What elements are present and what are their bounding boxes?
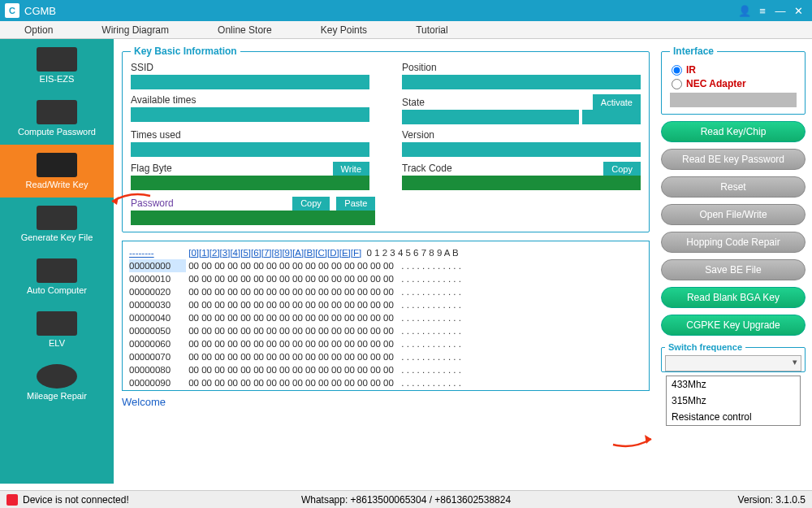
menu-option[interactable]: Option <box>24 24 53 36</box>
freq-option-resistance[interactable]: Resistance control <box>667 409 800 425</box>
contact-info: Whatsapp: +8613500065304 / +861360253882… <box>301 494 511 506</box>
ir-radio[interactable] <box>672 65 682 76</box>
flag-byte-label: Flag Byte <box>131 163 172 174</box>
save-be-file-button[interactable]: Save BE File <box>661 259 806 280</box>
track-code-label: Track Code <box>402 163 452 174</box>
sidebar-item-generate-key-file[interactable]: Generate Key File <box>0 198 114 250</box>
menu-icon[interactable]: ≡ <box>754 5 771 17</box>
copy-password-button[interactable]: Copy <box>292 197 330 211</box>
position-label: Position <box>402 62 641 73</box>
sidebar-label: Auto Computer <box>27 285 87 295</box>
nec-radio[interactable] <box>672 79 682 89</box>
switch-frequence-legend: Switch frequence <box>665 342 745 352</box>
sidebar-label: Mileage Repair <box>27 391 87 401</box>
sidebar-item-auto-computer[interactable]: Auto Computer <box>0 250 114 303</box>
sidebar-item-mileage-repair[interactable]: Mileage Repair <box>0 356 114 409</box>
copy-track-button[interactable]: Copy <box>603 162 641 176</box>
freq-option-433[interactable]: 433Mhz <box>667 376 800 393</box>
menu-online-store[interactable]: Online Store <box>218 24 272 36</box>
right-panel: Interface IR NEC Adapter Read Key/Chip R… <box>658 39 812 484</box>
state-field-2[interactable] <box>582 110 641 124</box>
close-button[interactable]: ✕ <box>789 5 807 17</box>
auto-computer-icon <box>37 258 77 283</box>
sidebar-label: Read/Write Key <box>26 180 89 189</box>
version-field[interactable] <box>402 142 641 157</box>
sidebar-label: EIS-EZS <box>40 74 75 84</box>
available-times-field[interactable] <box>131 107 369 122</box>
cgpke-upgrade-button[interactable]: CGPKE Key Upgrade <box>661 315 806 336</box>
content-area: Key Basic Information SSID Position Avai… <box>114 39 658 484</box>
eis-ezs-icon <box>37 47 77 72</box>
frequence-dropdown: 433Mhz 315Mhz Resistance control <box>666 376 801 426</box>
state-label: State <box>402 97 425 108</box>
read-blank-bga-button[interactable]: Read Blank BGA Key <box>661 287 806 308</box>
ssid-field[interactable] <box>131 75 369 89</box>
read-be-password-button[interactable]: Read BE key Password <box>661 149 806 170</box>
times-used-field[interactable] <box>131 142 369 157</box>
sidebar-item-eis-ezs[interactable]: EIS-EZS <box>0 39 114 92</box>
menu-wiring-diagram[interactable]: Wiring Diagram <box>102 24 169 36</box>
switch-frequence-group: Switch frequence 433Mhz 315Mhz Resistanc… <box>661 342 806 372</box>
disconnected-icon <box>6 494 18 506</box>
write-button[interactable]: Write <box>333 162 369 176</box>
read-key-chip-button[interactable]: Read Key/Chip <box>661 121 806 142</box>
connection-status: Device is not connected! <box>23 494 129 506</box>
sidebar-label: Compute Password <box>18 127 96 137</box>
position-field[interactable] <box>402 75 641 89</box>
compute-password-icon <box>37 100 77 124</box>
available-times-label: Available times <box>131 94 369 106</box>
key-icon <box>37 153 77 177</box>
status-bar: Device is not connected! Whatsapp: +8613… <box>0 490 812 508</box>
paste-password-button[interactable]: Paste <box>336 197 375 211</box>
title-bar: C CGMB 👤 ≡ — ✕ <box>0 0 812 21</box>
minimize-button[interactable]: — <box>771 5 789 17</box>
app-logo-icon: C <box>5 3 19 18</box>
sidebar-item-read-write-key[interactable]: Read/Write Key <box>0 145 114 198</box>
reset-button[interactable]: Reset <box>661 176 806 198</box>
version-label: Version <box>402 129 641 141</box>
app-title: CGMB <box>24 5 56 17</box>
menu-bar: Option Wiring Diagram Online Store Key P… <box>0 21 812 39</box>
activate-button[interactable]: Activate <box>593 94 641 110</box>
user-icon[interactable]: 👤 <box>736 5 754 17</box>
password-field[interactable] <box>131 211 375 225</box>
sidebar-label: Generate Key File <box>21 232 93 242</box>
menu-key-points[interactable]: Key Points <box>321 24 367 36</box>
nec-label: NEC Adapter <box>686 78 746 89</box>
hopping-code-repair-button[interactable]: Hopping Code Repair <box>661 232 806 253</box>
ir-label: IR <box>686 64 696 76</box>
frequence-combobox[interactable]: 433Mhz 315Mhz Resistance control <box>665 355 801 371</box>
interface-group: Interface IR NEC Adapter <box>661 46 806 115</box>
sidebar: EIS-EZS Compute Password Read/Write Key … <box>0 39 114 484</box>
mileage-icon <box>37 364 77 389</box>
open-file-write-button[interactable]: Open File/Write <box>661 204 806 225</box>
sidebar-item-compute-password[interactable]: Compute Password <box>0 92 114 145</box>
menu-tutorial[interactable]: Tutorial <box>416 24 448 36</box>
interface-legend: Interface <box>670 46 717 57</box>
password-label: Password <box>131 198 174 209</box>
key-basic-information-group: Key Basic Information SSID Position Avai… <box>122 46 650 232</box>
sidebar-label: ELV <box>49 338 65 348</box>
state-field[interactable] <box>402 110 579 124</box>
track-code-field[interactable] <box>402 176 641 190</box>
interface-status-box <box>670 93 797 107</box>
version-label: Version: 3.1.0.5 <box>738 494 806 506</box>
ssid-label: SSID <box>131 62 369 73</box>
welcome-text: Welcome <box>122 396 650 408</box>
flag-byte-field[interactable] <box>131 176 369 190</box>
elv-icon <box>37 311 77 336</box>
freq-option-315[interactable]: 315Mhz <box>667 393 800 409</box>
key-basic-legend: Key Basic Information <box>131 46 240 57</box>
times-used-label: Times used <box>131 129 369 141</box>
hex-viewer[interactable]: -------- [0][1][2][3][4][5][6][7][8][9][… <box>122 241 650 391</box>
sidebar-item-elv[interactable]: ELV <box>0 303 114 356</box>
generate-key-icon <box>37 206 77 230</box>
